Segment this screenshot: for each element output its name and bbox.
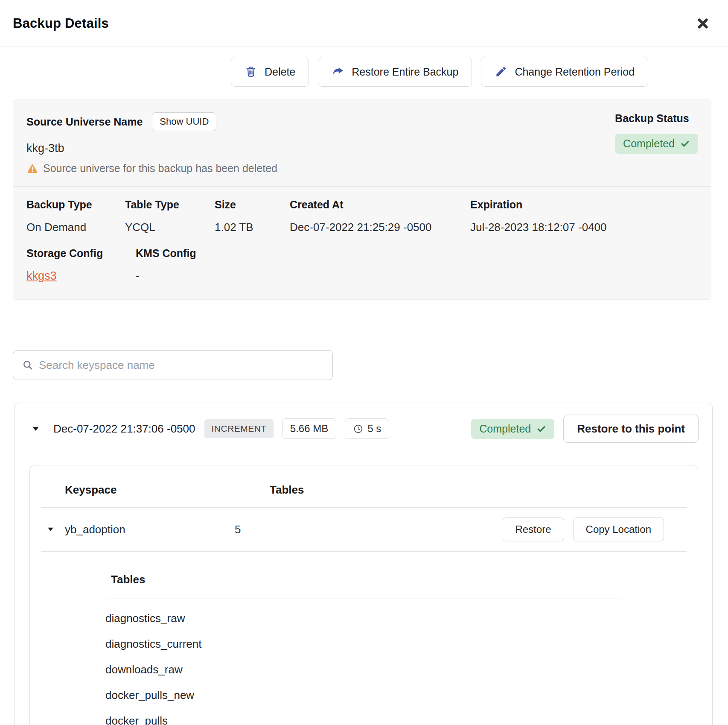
expiration-field: Expiration Jul-28-2023 18:12:07 -0400 [470, 199, 606, 234]
backup-type-label: Backup Type [26, 199, 125, 211]
modal-header: Backup Details [0, 0, 728, 47]
table-list-item: docker_pulls_new [105, 689, 698, 702]
keyspace-collapse-button[interactable] [46, 524, 55, 534]
backup-status-label: Backup Status [615, 112, 689, 125]
check-icon [536, 424, 546, 434]
config-row: Storage Config kkgs3 KMS Config - [13, 234, 711, 299]
increment-header: Dec-07-2022 21:37:06 -0500 INCREMENT 5.6… [15, 403, 712, 443]
warning-triangle-icon [26, 163, 38, 175]
increment-status-value: Completed [479, 423, 531, 435]
table-type-field: Table Type YCQL [125, 199, 215, 234]
close-button[interactable] [694, 15, 712, 32]
keyspace-row[interactable]: yb_adoption 5 Restore Copy Location [30, 508, 698, 551]
close-icon [696, 16, 710, 31]
expiration-value: Jul-28-2023 18:12:07 -0400 [470, 221, 606, 234]
increment-duration-badge: 5 s [345, 418, 389, 439]
toolbar: Delete Restore Entire Backup Change Rete… [231, 57, 728, 87]
tables-divider [106, 599, 622, 599]
tables-section: Tables diagnostics_raw diagnostics_curre… [30, 552, 698, 725]
universe-deleted-warning: Source universe for this backup has been… [43, 162, 277, 175]
change-retention-period-button[interactable]: Change Retention Period [481, 57, 648, 87]
search-input[interactable] [13, 350, 333, 380]
table-list-item: diagnostics_current [105, 637, 698, 650]
table-list-item: docker_pulls [105, 714, 698, 725]
source-universe-block: Source Universe Name Show UUID kkg-3tb S… [26, 112, 277, 175]
caret-down-icon [47, 525, 55, 533]
size-label: Size [215, 199, 290, 211]
backup-summary-panel: Source Universe Name Show UUID kkg-3tb S… [13, 99, 711, 300]
restore-entire-backup-button[interactable]: Restore Entire Backup [318, 57, 472, 87]
pencil-icon [495, 65, 507, 78]
created-at-value: Dec-07-2022 21:25:29 -0500 [290, 221, 431, 234]
search-icon [22, 359, 34, 371]
change-retention-period-label: Change Retention Period [515, 66, 635, 78]
backup-status-value: Completed [623, 137, 675, 150]
keyspace-name: yb_adoption [65, 523, 235, 536]
backup-status-badge: Completed [615, 134, 698, 154]
tables-column-header: Tables [270, 483, 304, 497]
increment-duration-value: 5 s [367, 423, 381, 435]
delete-button[interactable]: Delete [231, 57, 309, 87]
clock-icon [353, 424, 364, 434]
trash-icon [245, 65, 257, 78]
table-list-item: downloads_raw [105, 663, 698, 676]
keyspace-table-card: Keyspace Tables yb_adoption 5 Restore Co… [29, 465, 698, 725]
size-field: Size 1.02 TB [215, 199, 290, 234]
increment-type-badge: INCREMENT [204, 419, 273, 438]
keyspace-tables-count: 5 [235, 523, 241, 536]
tables-section-header: Tables [111, 573, 698, 586]
page-title: Backup Details [13, 16, 109, 31]
table-type-value: YCQL [125, 221, 155, 234]
storage-config-label: Storage Config [26, 247, 136, 260]
storage-config-link[interactable]: kkgs3 [26, 269, 57, 282]
source-universe-label: Source Universe Name [26, 116, 143, 128]
universe-name: kkg-3tb [26, 142, 277, 155]
delete-button-label: Delete [265, 66, 295, 78]
size-value: 1.02 TB [215, 221, 253, 234]
table-list-item: diagnostics_raw [105, 612, 698, 625]
table-type-label: Table Type [125, 199, 215, 211]
restore-arrow-icon [332, 65, 344, 78]
check-icon [680, 139, 690, 149]
backup-status-block: Backup Status Completed [615, 112, 698, 175]
keyspace-column-header: Keyspace [65, 483, 270, 497]
expiration-label: Expiration [470, 199, 606, 211]
copy-location-button[interactable]: Copy Location [573, 517, 664, 541]
storage-config-field: Storage Config kkgs3 [26, 247, 136, 283]
created-at-field: Created At Dec-07-2022 21:25:29 -0500 [290, 199, 470, 234]
created-at-label: Created At [290, 199, 470, 211]
backup-details-row: Backup Type On Demand Table Type YCQL Si… [13, 187, 711, 234]
keyspace-search [13, 350, 333, 380]
kms-config-value: - [136, 269, 140, 282]
kms-config-field: KMS Config - [136, 247, 196, 283]
keyspace-table-header: Keyspace Tables [30, 465, 698, 507]
increment-collapse-button[interactable] [30, 424, 41, 434]
increment-size-badge: 5.66 MB [282, 418, 336, 439]
increment-timestamp: Dec-07-2022 21:37:06 -0500 [53, 422, 195, 436]
backup-type-value: On Demand [26, 221, 86, 234]
restore-keyspace-button[interactable]: Restore [503, 517, 564, 541]
restore-entire-backup-label: Restore Entire Backup [352, 66, 458, 78]
backup-type-field: Backup Type On Demand [26, 199, 125, 234]
caret-down-icon [31, 424, 40, 433]
restore-to-this-point-button[interactable]: Restore to this point [563, 415, 699, 443]
show-uuid-button[interactable]: Show UUID [152, 112, 216, 131]
increment-status-badge: Completed [471, 419, 554, 439]
increment-backup-card: Dec-07-2022 21:37:06 -0500 INCREMENT 5.6… [14, 403, 713, 725]
kms-config-label: KMS Config [136, 247, 196, 260]
